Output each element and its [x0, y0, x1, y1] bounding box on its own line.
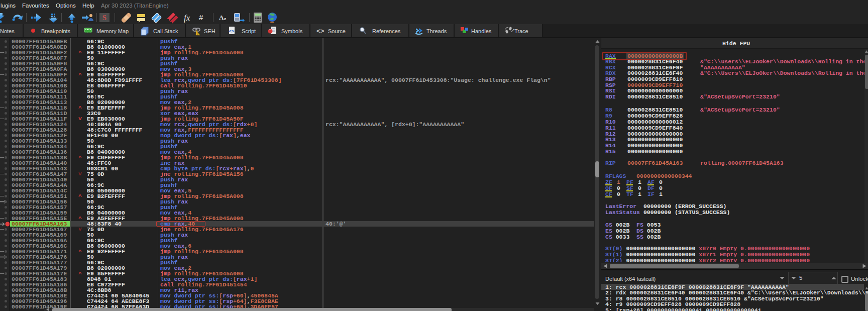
svg-text:A: A: [219, 14, 224, 21]
svg-text:fx: fx: [184, 13, 190, 23]
svg-text:<>: <>: [229, 29, 235, 34]
svg-text:#: #: [199, 13, 203, 22]
svg-text:<>: <>: [316, 28, 324, 35]
svg-text:z: z: [224, 16, 226, 21]
svg-text:S: S: [102, 14, 106, 22]
svg-text:!: !: [197, 32, 198, 35]
